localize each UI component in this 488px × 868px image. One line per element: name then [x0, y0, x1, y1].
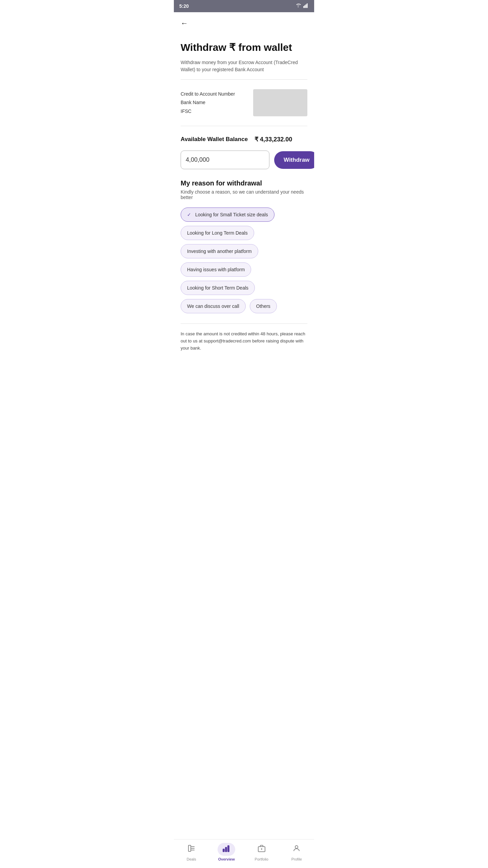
chip-others[interactable]: Others — [250, 299, 277, 313]
bank-account-placeholder — [253, 89, 307, 116]
chips-row-3: Having issues with platform Looking for … — [181, 262, 307, 295]
notice-text: In case the amount is not credited withi… — [181, 331, 307, 352]
balance-section: Available Wallet Balance ₹ 4,33,232.00 — [181, 130, 307, 151]
signal-icon — [303, 3, 309, 9]
chip-long-term-label: Looking for Long Term Deals — [187, 230, 248, 236]
chip-short-term[interactable]: Looking for Short Term Deals — [181, 281, 255, 295]
withdraw-row: Withdraw — [181, 151, 307, 169]
notice-section: In case the amount is not credited withi… — [181, 323, 307, 352]
deals-icon — [187, 844, 196, 854]
main-content: ← Withdraw ₹ from wallet Withdraw money … — [174, 12, 314, 392]
nav-item-portfolio[interactable]: Portfolio — [251, 843, 272, 861]
amount-input[interactable] — [181, 151, 269, 169]
bank-labels: Credit to Account Number Bank Name IFSC — [181, 90, 235, 116]
nav-label-portfolio: Portfolio — [255, 857, 268, 861]
bank-account-section: Credit to Account Number Bank Name IFSC — [181, 83, 307, 122]
chip-short-term-label: Looking for Short Term Deals — [187, 285, 248, 291]
chip-discuss-call-label: We can discuss over call — [187, 303, 239, 309]
chips-row-1: ✓ Looking for Small Ticket size deals — [181, 208, 307, 222]
bottom-nav: Deals Overview Po — [174, 839, 314, 868]
ifsc-label: IFSC — [181, 107, 235, 116]
bank-name-label: Bank Name — [181, 98, 235, 107]
wifi-icon — [296, 3, 301, 9]
nav-label-deals: Deals — [187, 857, 196, 861]
nav-label-overview: Overview — [218, 857, 235, 861]
chip-discuss-call[interactable]: We can discuss over call — [181, 299, 246, 313]
nav-bg-portfolio — [253, 843, 270, 856]
reason-section: My reason for withdrawal Kindly choose a… — [181, 179, 307, 313]
overview-icon — [222, 844, 230, 854]
chip-small-ticket-label: Looking for Small Ticket size deals — [195, 212, 268, 217]
svg-rect-7 — [228, 846, 229, 852]
svg-rect-6 — [225, 847, 227, 852]
nav-item-overview[interactable]: Overview — [216, 843, 237, 861]
nav-item-profile[interactable]: Profile — [286, 843, 307, 861]
status-icons — [296, 3, 309, 9]
nav-item-deals[interactable]: Deals — [181, 843, 202, 861]
divider-2 — [181, 126, 307, 126]
chip-another-platform[interactable]: Investing with another platform — [181, 244, 258, 258]
chip-another-platform-label: Investing with another platform — [187, 249, 252, 254]
svg-rect-0 — [303, 6, 304, 8]
status-bar: 5:20 — [174, 0, 314, 12]
withdraw-button[interactable]: Withdraw — [274, 151, 314, 169]
chip-long-term[interactable]: Looking for Long Term Deals — [181, 226, 254, 240]
nav-bg-deals — [183, 843, 200, 856]
check-icon: ✓ — [187, 212, 192, 217]
reason-chips-container: ✓ Looking for Small Ticket size deals Lo… — [181, 208, 307, 313]
svg-rect-4 — [188, 845, 191, 851]
svg-rect-5 — [223, 849, 224, 852]
svg-rect-1 — [304, 5, 305, 8]
balance-label: Available Wallet Balance — [181, 136, 248, 143]
chip-small-ticket[interactable]: ✓ Looking for Small Ticket size deals — [181, 208, 274, 222]
chip-others-label: Others — [256, 303, 270, 309]
svg-rect-2 — [306, 4, 307, 8]
nav-bg-profile — [288, 843, 305, 856]
chip-platform-issues-label: Having issues with platform — [187, 267, 245, 272]
page-subtitle: Withdraw money from your Escrow Account … — [181, 59, 307, 73]
nav-label-profile: Profile — [291, 857, 302, 861]
divider-1 — [181, 79, 307, 80]
status-time: 5:20 — [179, 3, 189, 9]
profile-icon — [292, 844, 301, 854]
chip-platform-issues[interactable]: Having issues with platform — [181, 262, 251, 277]
back-button[interactable]: ← — [181, 12, 188, 31]
account-number-label: Credit to Account Number — [181, 90, 235, 98]
nav-bg-overview — [218, 843, 235, 856]
portfolio-icon — [258, 844, 266, 854]
chips-row-4: We can discuss over call Others — [181, 299, 307, 313]
svg-point-11 — [295, 846, 298, 848]
chips-row-2: Looking for Long Term Deals Investing wi… — [181, 226, 307, 258]
page-title: Withdraw ₹ from wallet — [181, 41, 307, 54]
reason-subtitle: Kindly choose a reason, so we can unders… — [181, 189, 307, 200]
balance-amount: ₹ 4,33,232.00 — [255, 136, 292, 143]
svg-rect-3 — [307, 3, 308, 8]
reason-title: My reason for withdrawal — [181, 179, 307, 187]
back-arrow-icon: ← — [181, 19, 188, 27]
